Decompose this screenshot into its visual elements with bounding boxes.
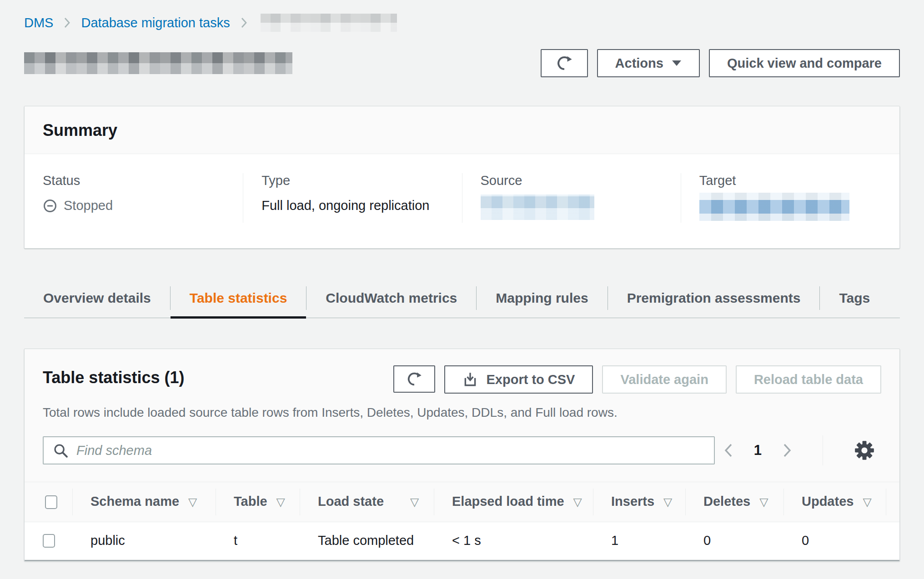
tab-overview-details[interactable]: Overview details bbox=[24, 278, 170, 318]
column-header-updates[interactable]: Updates▽ bbox=[783, 482, 886, 522]
column-header-load-state[interactable]: Load state▽ bbox=[300, 482, 434, 522]
breadcrumb: DMS Database migration tasks bbox=[24, 14, 900, 32]
table-row: public t Table completed < 1 s 1 0 0 0 bbox=[25, 522, 900, 561]
filter-row: 1 bbox=[43, 435, 881, 482]
tab-cloudwatch-metrics[interactable]: CloudWatch metrics bbox=[306, 278, 476, 318]
chevron-right-icon bbox=[782, 442, 793, 459]
summary-panel: Summary Status Stopped Type Full load, o… bbox=[24, 106, 900, 249]
summary-field-type: Type Full load, ongoing replication bbox=[243, 173, 462, 223]
cell-table: t bbox=[216, 522, 300, 560]
cell-inserts: 1 bbox=[593, 522, 685, 560]
summary-field-status: Status Stopped bbox=[25, 173, 243, 223]
table-actions: Export to CSV Validate again Reload tabl… bbox=[393, 365, 881, 394]
source-label: Source bbox=[481, 173, 663, 188]
sort-icon: ▽ bbox=[663, 495, 672, 508]
status-value: Stopped bbox=[64, 198, 113, 213]
find-schema-search-input[interactable] bbox=[43, 436, 715, 464]
validate-again-button[interactable]: Validate again bbox=[602, 365, 726, 394]
table-statistics-title: Table statistics (1) bbox=[43, 365, 184, 387]
breadcrumb-link-tasks[interactable]: Database migration tasks bbox=[81, 15, 230, 30]
column-header-table[interactable]: Table▽ bbox=[216, 482, 300, 522]
cell-load-state: Table completed bbox=[300, 522, 434, 560]
chevron-right-icon bbox=[240, 16, 248, 29]
table-header-row: Schema name▽ Table▽ Load state▽ Elapsed … bbox=[25, 482, 900, 522]
status-label: Status bbox=[43, 173, 225, 188]
page-header: Actions Quick view and compare bbox=[24, 49, 900, 77]
row-checkbox[interactable] bbox=[43, 534, 55, 548]
chevron-right-icon bbox=[63, 16, 71, 29]
refresh-icon bbox=[406, 371, 422, 387]
pagination: 1 bbox=[723, 435, 881, 465]
reload-table-data-button[interactable]: Reload table data bbox=[736, 365, 881, 394]
summary-panel-header: Summary bbox=[25, 106, 899, 154]
table-statistics-panel: Table statistics (1) bbox=[24, 349, 900, 561]
column-header-inserts[interactable]: Inserts▽ bbox=[593, 482, 685, 522]
cell-ddls: 0 bbox=[886, 522, 900, 560]
sort-icon: ▽ bbox=[573, 495, 582, 508]
tab-bar: Overview details Table statistics CloudW… bbox=[24, 278, 900, 318]
actions-button-label: Actions bbox=[615, 56, 663, 71]
sort-icon: ▽ bbox=[759, 495, 768, 508]
source-value-redacted bbox=[481, 195, 594, 220]
refresh-button[interactable] bbox=[541, 49, 588, 77]
type-label: Type bbox=[261, 173, 443, 188]
target-value-redacted bbox=[699, 193, 849, 221]
breadcrumb-link-dms[interactable]: DMS bbox=[24, 15, 53, 30]
breadcrumb-redacted-task-name bbox=[261, 14, 397, 32]
download-icon bbox=[462, 372, 478, 387]
column-header-schema-name[interactable]: Schema name▽ bbox=[72, 482, 216, 522]
table-statistics-header: Table statistics (1) bbox=[25, 349, 899, 482]
tab-premigration-assessments[interactable]: Premigration assessments bbox=[608, 278, 820, 318]
table-settings-button[interactable] bbox=[848, 440, 881, 461]
quick-view-and-compare-button[interactable]: Quick view and compare bbox=[709, 49, 900, 77]
quick-view-button-label: Quick view and compare bbox=[727, 56, 882, 71]
page: DMS Database migration tasks Actions bbox=[0, 14, 924, 561]
summary-field-target: Target bbox=[681, 173, 899, 223]
refresh-icon bbox=[556, 55, 573, 72]
sort-icon: ▽ bbox=[188, 495, 197, 508]
search-icon bbox=[53, 443, 69, 459]
column-header-elapsed-load-time[interactable]: Elapsed load time▽ bbox=[434, 482, 593, 522]
page-title-redacted bbox=[24, 52, 292, 74]
summary-field-source: Source bbox=[462, 173, 681, 223]
table-statistics-description: Total rows include loaded source table r… bbox=[43, 405, 881, 420]
tab-mapping-rules[interactable]: Mapping rules bbox=[477, 278, 607, 318]
stopped-status-icon bbox=[43, 199, 57, 213]
summary-body: Status Stopped Type Full load, ongoing r… bbox=[25, 154, 899, 248]
export-to-csv-button[interactable]: Export to CSV bbox=[444, 365, 593, 394]
actions-button[interactable]: Actions bbox=[597, 49, 700, 77]
column-header-deletes[interactable]: Deletes▽ bbox=[685, 482, 783, 522]
select-all-checkbox[interactable] bbox=[45, 495, 57, 509]
tab-tags[interactable]: Tags bbox=[820, 278, 889, 318]
header-actions: Actions Quick view and compare bbox=[541, 49, 900, 77]
cell-updates: 0 bbox=[783, 522, 886, 560]
chevron-left-icon bbox=[723, 442, 734, 459]
validate-button-label: Validate again bbox=[620, 372, 708, 387]
tab-table-statistics[interactable]: Table statistics bbox=[171, 278, 306, 318]
cell-schema-name: public bbox=[72, 522, 216, 560]
table-refresh-button[interactable] bbox=[393, 365, 435, 393]
pagination-divider bbox=[823, 435, 823, 465]
summary-title: Summary bbox=[43, 121, 881, 140]
sort-icon: ▽ bbox=[410, 495, 419, 508]
reload-button-label: Reload table data bbox=[754, 372, 863, 387]
sort-icon: ▽ bbox=[863, 495, 871, 508]
column-header-ddls[interactable]: DDLs▽ bbox=[886, 482, 900, 522]
export-button-label: Export to CSV bbox=[486, 372, 575, 387]
cell-elapsed-load-time: < 1 s bbox=[434, 522, 593, 560]
sort-icon: ▽ bbox=[276, 495, 285, 508]
cell-deletes: 0 bbox=[685, 522, 783, 560]
previous-page-button[interactable] bbox=[723, 442, 734, 459]
page-number-button[interactable]: 1 bbox=[754, 442, 762, 459]
type-value: Full load, ongoing replication bbox=[261, 198, 443, 213]
target-label: Target bbox=[699, 173, 881, 188]
gear-icon bbox=[854, 440, 875, 461]
caret-down-icon bbox=[672, 60, 682, 66]
next-page-button[interactable] bbox=[782, 442, 793, 459]
